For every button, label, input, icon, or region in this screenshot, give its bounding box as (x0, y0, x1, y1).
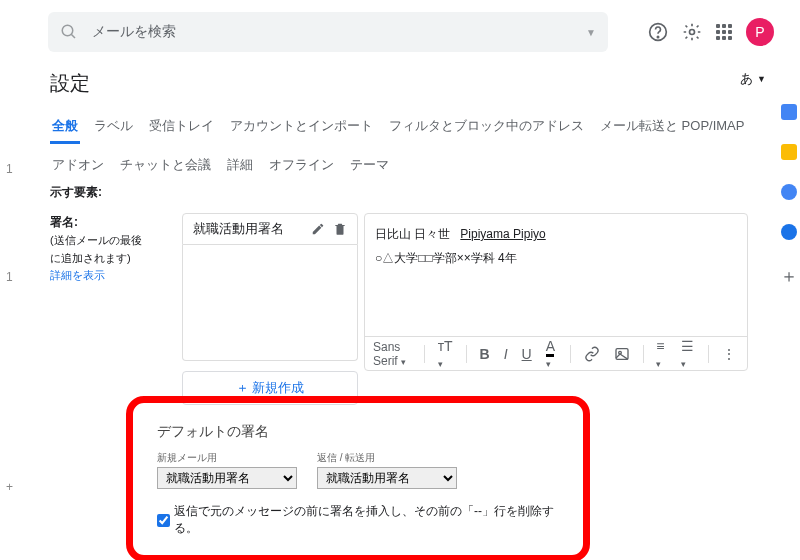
help-icon[interactable] (648, 22, 668, 42)
tab-offline[interactable]: オフライン (267, 156, 336, 180)
font-selector[interactable]: Sans Serif ▾ (373, 340, 414, 368)
default-new-mail-label: 新規メール用 (157, 451, 297, 465)
left-marker-1: 1 (6, 162, 13, 176)
topbar: メールを検索 ▼ P (0, 0, 800, 64)
signature-note2: に追加されます) (50, 252, 131, 264)
svg-point-3 (657, 36, 658, 37)
signature-heading: 署名: (50, 215, 78, 229)
keep-icon[interactable] (781, 144, 797, 160)
font-size-button[interactable]: тT ▾ (435, 338, 456, 370)
search-placeholder: メールを検索 (92, 23, 586, 41)
search-caret-icon[interactable]: ▼ (586, 27, 596, 38)
default-signature-box: デフォルトの署名 新規メール用 就職活動用署名 返信 / 転送用 就職活動用署名… (126, 396, 590, 560)
tab-advanced[interactable]: 詳細 (225, 156, 255, 180)
tab-themes[interactable]: テーマ (348, 156, 391, 180)
editor-line1-name: 日比山 日々世 (375, 227, 450, 241)
tab-forwarding[interactable]: メール転送と POP/IMAP (598, 117, 746, 144)
left-marker-2: 1 (6, 270, 13, 284)
default-reply: 返信 / 転送用 就職活動用署名 (317, 451, 457, 489)
insert-before-reply-input[interactable] (157, 514, 170, 527)
gear-icon[interactable] (682, 22, 702, 42)
signature-labelcol: 署名: (送信メールの最後 に追加されます) 詳細を表示 (50, 213, 170, 405)
default-new-mail: 新規メール用 就職活動用署名 (157, 451, 297, 489)
more-formatting-button[interactable]: ⋮ (719, 346, 739, 362)
edit-icon[interactable] (311, 222, 325, 236)
tasks-icon[interactable] (781, 184, 797, 200)
svg-line-1 (71, 34, 75, 38)
signature-editor[interactable]: 日比山 日々世 Pipiyama Pipiyo ○△大学□□学部××学科 4年 … (364, 213, 748, 371)
text-color-button[interactable]: A ▾ (543, 338, 560, 370)
signature-list-body (182, 245, 358, 361)
delete-icon[interactable] (333, 222, 347, 236)
list-button[interactable]: ☰ ▾ (678, 338, 698, 370)
apps-icon[interactable] (716, 24, 732, 40)
svg-point-0 (62, 25, 73, 36)
input-tools-button[interactable]: あ ▼ (740, 70, 766, 88)
contacts-icon[interactable] (781, 224, 797, 240)
tab-labels[interactable]: ラベル (92, 117, 135, 144)
default-reply-select[interactable]: 就職活動用署名 (317, 467, 457, 489)
insert-before-reply-label: 返信で元のメッセージの前に署名を挿入し、その前の「--」行を削除する。 (174, 503, 559, 537)
signature-item[interactable]: 就職活動用署名 (182, 213, 358, 245)
show-elements-label: 示す要素: (48, 180, 800, 201)
signature-list: 就職活動用署名 ＋ 新規作成 (182, 213, 358, 405)
tab-addons[interactable]: アドオン (50, 156, 106, 180)
signature-learn-more[interactable]: 詳細を表示 (50, 269, 105, 281)
insert-before-reply-checkbox[interactable]: 返信で元のメッセージの前に署名を挿入し、その前の「--」行を削除する。 (157, 503, 559, 537)
tab-filters[interactable]: フィルタとブロック中のアドレス (387, 117, 586, 144)
left-marker-plus[interactable]: + (6, 480, 13, 494)
search-box[interactable]: メールを検索 ▼ (48, 12, 608, 52)
default-new-mail-select[interactable]: 就職活動用署名 (157, 467, 297, 489)
svg-point-4 (690, 30, 695, 35)
default-reply-label: 返信 / 転送用 (317, 451, 457, 465)
header-actions: P (648, 18, 774, 46)
content: 設定 あ ▼ 全般 ラベル 受信トレイ アカウントとインポート フィルタとブロッ… (0, 64, 800, 405)
search-icon (60, 23, 78, 41)
input-tools-label: あ (740, 70, 753, 88)
default-signature-title: デフォルトの署名 (157, 423, 559, 441)
tab-accounts[interactable]: アカウントとインポート (228, 117, 375, 144)
editor-line1-roman: Pipiyama Pipiyo (460, 227, 545, 241)
avatar-initial: P (755, 24, 764, 40)
side-panel: ＋ (780, 104, 798, 288)
chevron-down-icon: ▼ (757, 74, 766, 84)
calendar-icon[interactable] (781, 104, 797, 120)
signature-note1: (送信メールの最後 (50, 234, 142, 246)
align-button[interactable]: ≡ ▾ (653, 338, 670, 370)
addons-plus-icon[interactable]: ＋ (780, 264, 798, 288)
settings-tabs: 全般 ラベル 受信トレイ アカウントとインポート フィルタとブロック中のアドレス… (48, 101, 748, 180)
bold-button[interactable]: B (477, 346, 493, 362)
editor-body[interactable]: 日比山 日々世 Pipiyama Pipiyo ○△大学□□学部××学科 4年 (365, 214, 747, 278)
editor-toolbar: Sans Serif ▾ тT ▾ B I U A ▾ ≡ ▾ ☰ ▾ (365, 336, 747, 370)
underline-button[interactable]: U (519, 346, 535, 362)
signature-section: 署名: (送信メールの最後 に追加されます) 詳細を表示 就職活動用署名 ＋ 新… (48, 201, 800, 405)
editor-line2: ○△大学□□学部××学科 4年 (375, 246, 737, 270)
link-button[interactable] (581, 346, 603, 362)
image-button[interactable] (611, 346, 633, 362)
avatar[interactable]: P (746, 18, 774, 46)
tab-chat[interactable]: チャットと会議 (118, 156, 213, 180)
signature-item-name: 就職活動用署名 (193, 220, 303, 238)
page-title: 設定 (48, 64, 800, 101)
italic-button[interactable]: I (501, 346, 511, 362)
tab-inbox[interactable]: 受信トレイ (147, 117, 216, 144)
tab-general[interactable]: 全般 (50, 117, 80, 144)
